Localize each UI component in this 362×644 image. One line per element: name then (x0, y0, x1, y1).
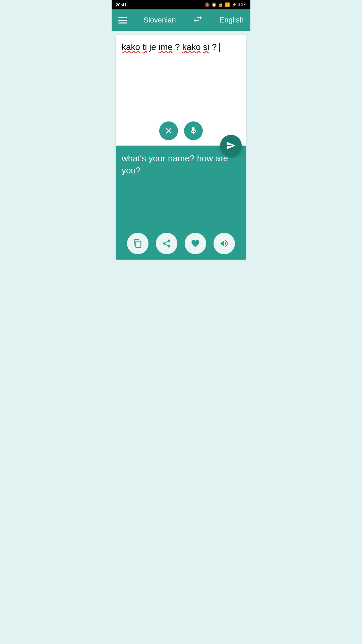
punct1: ? (175, 42, 182, 52)
clear-button[interactable] (159, 121, 178, 140)
share-icon (162, 239, 171, 248)
share-button[interactable] (156, 233, 177, 254)
speaker-icon (220, 239, 229, 248)
source-language-selector[interactable]: Slovenian (143, 16, 176, 24)
punct2: ? (212, 42, 217, 52)
word-si: si (203, 42, 209, 52)
target-language-selector[interactable]: English (220, 16, 244, 24)
heart-icon (191, 239, 200, 248)
close-icon (164, 126, 173, 136)
swap-icon (192, 14, 203, 24)
status-time: 20:41 (116, 2, 127, 7)
copy-button[interactable] (127, 233, 148, 254)
source-text-display[interactable]: kako ti je ime ? kako si ? (122, 41, 240, 53)
hamburger-icon (118, 20, 127, 21)
translation-action-buttons (116, 233, 246, 254)
translate-button[interactable] (220, 135, 242, 156)
word-ime: ime (159, 42, 173, 52)
word-kako1: kako (122, 42, 140, 52)
source-card: kako ti je ime ? kako si ? (116, 35, 246, 146)
word-kako2: kako (182, 42, 201, 52)
charging-icon: ⚡ (232, 2, 237, 7)
status-bar: 20:41 🔕 ⏰ 🔒 📶 ⚡ 24% (112, 0, 250, 9)
sync-icon: 🔒 (218, 2, 223, 7)
toolbar: Slovenian English (112, 9, 250, 31)
hamburger-icon (118, 17, 127, 18)
speak-button[interactable] (214, 233, 235, 254)
status-icons: 🔕 ⏰ 🔒 📶 ⚡ 24% (205, 2, 246, 7)
microphone-button[interactable] (184, 121, 203, 140)
translation-text: what's your name? how are you? (122, 152, 240, 177)
send-icon (226, 141, 236, 151)
favorite-button[interactable] (185, 233, 206, 254)
copy-icon (133, 239, 142, 248)
signal-icon: 📶 (225, 2, 230, 7)
menu-button[interactable] (118, 17, 127, 23)
swap-languages-button[interactable] (192, 14, 203, 27)
text-cursor (219, 43, 220, 52)
mute-icon: 🔕 (205, 2, 210, 7)
microphone-icon (189, 126, 198, 136)
translation-card: what's your name? how are you? (116, 146, 246, 260)
word-je: je (149, 42, 156, 52)
alarm-icon: ⏰ (212, 2, 217, 7)
main-content: kako ti je ime ? kako si ? (112, 31, 250, 264)
battery-level: 24% (238, 2, 246, 7)
hamburger-icon (118, 22, 127, 23)
word-ti: ti (142, 42, 147, 52)
